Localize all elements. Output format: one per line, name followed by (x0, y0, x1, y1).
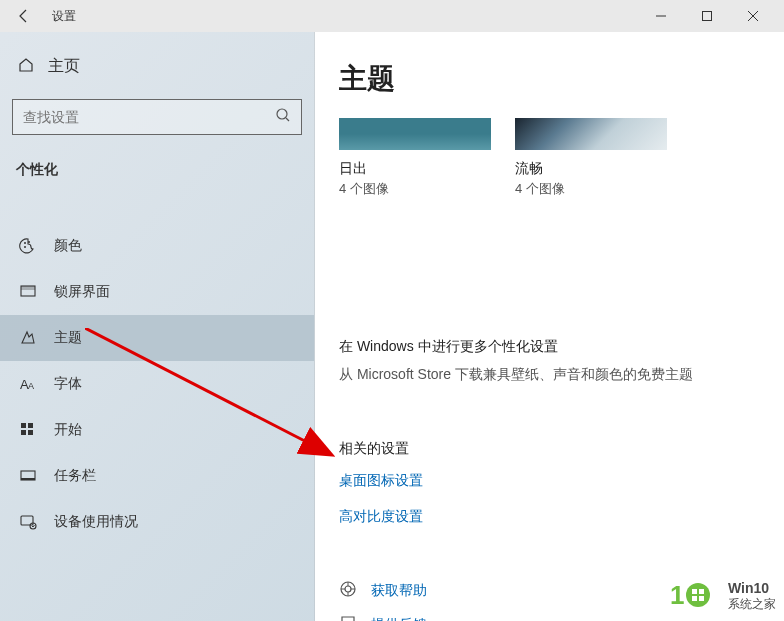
themes-icon (18, 329, 38, 347)
start-icon (18, 421, 38, 439)
link-high-contrast[interactable]: 高对比度设置 (339, 508, 760, 526)
svg-rect-16 (28, 430, 33, 435)
related-title: 相关的设置 (339, 440, 760, 458)
device-usage-icon (18, 513, 38, 531)
sidebar-item-label: 主题 (54, 329, 82, 347)
store-title: 在 Windows 中进行更多个性化设置 (339, 338, 760, 356)
home-link[interactable]: 主页 (0, 46, 314, 87)
feedback-icon (339, 614, 361, 621)
watermark-line1: Win10 (728, 580, 776, 597)
svg-point-22 (345, 586, 351, 592)
theme-name: 日出 (339, 160, 491, 178)
sidebar-item-start[interactable]: 开始 (0, 407, 314, 453)
taskbar-icon (18, 467, 38, 485)
home-label: 主页 (48, 56, 80, 77)
svg-text:1: 1 (670, 580, 684, 610)
watermark-logo: 1 (670, 580, 720, 610)
maximize-button[interactable] (684, 0, 730, 32)
svg-rect-31 (692, 589, 697, 594)
svg-rect-32 (699, 589, 704, 594)
back-button[interactable] (8, 0, 40, 32)
palette-icon (18, 237, 38, 255)
lockscreen-icon (18, 283, 38, 301)
search-input[interactable] (23, 109, 275, 125)
sidebar-item-label: 设备使用情况 (54, 513, 138, 531)
search-box[interactable] (12, 99, 302, 135)
svg-rect-10 (21, 286, 35, 290)
link-desktop-icons[interactable]: 桌面图标设置 (339, 472, 760, 490)
svg-rect-13 (21, 423, 26, 428)
svg-point-30 (686, 583, 710, 607)
sidebar-item-label: 开始 (54, 421, 82, 439)
theme-sub: 4 个图像 (515, 180, 667, 198)
theme-sub: 4 个图像 (339, 180, 491, 198)
watermark: 1 Win10 系统之家 (670, 580, 776, 611)
help-icon (339, 580, 361, 602)
sidebar-item-label: 锁屏界面 (54, 283, 110, 301)
svg-rect-18 (21, 478, 35, 480)
theme-thumbnail (515, 118, 667, 150)
window-title: 设置 (52, 8, 76, 25)
link-feedback[interactable]: 提供反馈 (371, 616, 427, 621)
sidebar-item-label: 颜色 (54, 237, 82, 255)
close-button[interactable] (730, 0, 776, 32)
page-title: 主题 (315, 60, 784, 118)
store-sub: 从 Microsoft Store 下载兼具壁纸、声音和颜色的免费主题 (339, 366, 760, 384)
fonts-icon: AA (18, 375, 38, 393)
theme-card-sunrise[interactable]: 日出 4 个图像 (339, 118, 491, 198)
svg-rect-1 (703, 12, 712, 21)
svg-rect-33 (692, 596, 697, 601)
link-get-help[interactable]: 获取帮助 (371, 582, 427, 600)
sidebar-item-device-usage[interactable]: 设备使用情况 (0, 499, 314, 545)
svg-line-5 (286, 118, 289, 121)
svg-point-4 (277, 109, 287, 119)
theme-name: 流畅 (515, 160, 667, 178)
svg-point-7 (24, 246, 26, 248)
watermark-line2: 系统之家 (728, 597, 776, 611)
sidebar-item-label: 字体 (54, 375, 82, 393)
sidebar-item-fonts[interactable]: AA 字体 (0, 361, 314, 407)
sidebar-item-themes[interactable]: 主题 (0, 315, 314, 361)
sidebar-item-taskbar[interactable]: 任务栏 (0, 453, 314, 499)
svg-rect-15 (21, 430, 26, 435)
search-icon (275, 107, 291, 127)
svg-rect-14 (28, 423, 33, 428)
home-icon (18, 57, 34, 77)
svg-point-8 (28, 241, 30, 243)
sidebar-item-colors[interactable]: 颜色 (0, 223, 314, 269)
theme-card-flow[interactable]: 流畅 4 个图像 (515, 118, 667, 198)
svg-text:A: A (28, 381, 34, 391)
svg-rect-34 (699, 596, 704, 601)
category-label: 个性化 (0, 155, 314, 193)
minimize-button[interactable] (638, 0, 684, 32)
sidebar-item-label: 任务栏 (54, 467, 96, 485)
svg-point-6 (24, 242, 26, 244)
sidebar-item-lockscreen[interactable]: 锁屏界面 (0, 269, 314, 315)
theme-thumbnail (339, 118, 491, 150)
